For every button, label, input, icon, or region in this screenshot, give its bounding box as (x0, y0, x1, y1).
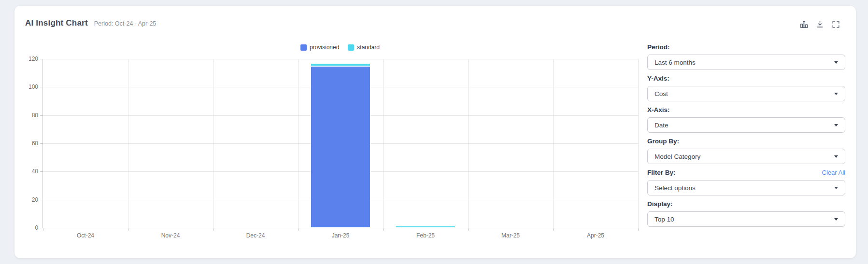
select-period[interactable]: Last 6 months (647, 55, 845, 70)
control-label-row-display: Display: (647, 200, 845, 208)
control-group-y-axis: Y-Axis:Cost (647, 75, 845, 101)
x-axis-tick-label: Feb-25 (416, 232, 435, 239)
control-label-row-group-by: Group By: (647, 138, 845, 145)
gridline-vertical (213, 59, 213, 228)
x-axis-tick-label: Mar-25 (501, 232, 520, 239)
y-axis-tick-label: 120 (28, 55, 38, 63)
x-axis-tick (468, 228, 469, 231)
fullscreen-icon[interactable] (831, 19, 840, 29)
x-axis-tick (43, 228, 43, 231)
x-axis-tick (638, 228, 639, 231)
control-label-x-axis: X-Axis: (647, 106, 670, 113)
control-label-period: Period: (647, 43, 670, 51)
select-y-axis[interactable]: Cost (647, 86, 845, 101)
legend-swatch-provisioned (300, 44, 307, 51)
x-axis-tick-label: Nov-24 (161, 232, 180, 239)
plot-area: 020406080100120Oct-24Nov-24Dec-24Jan-25F… (43, 59, 638, 228)
page-background: { "header": { "title": "AI Insight Chart… (0, 0, 868, 264)
x-axis-tick (213, 228, 213, 231)
chart-card: AI Insight Chart Period: Oct-24 - Apr-25 (14, 6, 856, 258)
card-header: AI Insight Chart Period: Oct-24 - Apr-25 (25, 18, 156, 28)
x-axis-tick-label: Jan-25 (332, 232, 350, 239)
x-axis-tick-label: Dec-24 (246, 232, 265, 239)
control-label-row-x-axis: X-Axis: (647, 106, 845, 113)
bar-chart-icon[interactable] (799, 19, 809, 29)
control-label-row-filter-by: Filter By:Clear All (647, 169, 845, 176)
control-label-group-by: Group By: (647, 138, 679, 145)
gridline-vertical (468, 59, 469, 228)
gridline-vertical (298, 59, 299, 228)
select-value-y-axis: Cost (655, 90, 668, 97)
gridline-vertical (638, 59, 639, 228)
chevron-down-icon (834, 124, 838, 126)
control-label-filter-by: Filter By: (647, 169, 676, 176)
x-axis-tick (128, 228, 128, 231)
clear-all-link[interactable]: Clear All (822, 169, 845, 176)
y-axis-tick (40, 171, 43, 172)
select-value-display: Top 10 (655, 216, 674, 223)
control-label-display: Display: (647, 200, 673, 208)
y-axis-tick (40, 115, 43, 116)
x-axis-tick (553, 228, 554, 231)
y-axis-tick-label: 100 (28, 83, 38, 91)
select-display[interactable]: Top 10 (647, 211, 845, 227)
control-group-group-by: Group By:Model Category (647, 138, 845, 164)
select-filter-by[interactable]: Select options (647, 180, 845, 195)
legend-item-standard[interactable]: standard (348, 44, 380, 51)
chart-toolbar (799, 19, 840, 29)
control-group-x-axis: X-Axis:Date (647, 106, 845, 133)
select-x-axis[interactable]: Date (647, 117, 845, 133)
control-group-display: Display:Top 10 (647, 200, 845, 227)
legend-label-standard: standard (357, 44, 380, 51)
legend-label-provisioned: provisioned (310, 44, 339, 51)
y-axis-tick-label: 0 (35, 224, 38, 232)
chevron-down-icon (834, 218, 838, 221)
select-value-x-axis: Date (655, 122, 669, 129)
x-axis-tick-label: Oct-24 (77, 232, 94, 239)
y-axis-tick (40, 143, 43, 144)
gridline-vertical (383, 59, 384, 228)
bar-provisioned-Jan-25[interactable] (311, 66, 370, 228)
chevron-down-icon (834, 187, 838, 189)
select-value-group-by: Model Category (655, 153, 700, 160)
bar-standard-Jan-25[interactable] (311, 63, 370, 66)
legend-swatch-standard (348, 44, 354, 51)
y-axis-tick (40, 59, 43, 59)
select-value-filter-by: Select options (655, 184, 696, 192)
y-axis-tick (40, 200, 43, 200)
y-axis-tick-label: 60 (32, 139, 38, 147)
gridline-vertical (128, 59, 128, 228)
legend-item-provisioned[interactable]: provisioned (300, 44, 339, 51)
x-axis-tick (298, 228, 299, 231)
chevron-down-icon (834, 155, 838, 158)
chevron-down-icon (834, 93, 838, 95)
y-axis-tick-label: 40 (32, 167, 38, 175)
select-value-period: Last 6 months (655, 59, 696, 66)
x-axis-tick-label: Apr-25 (587, 232, 604, 239)
controls-panel: Period:Last 6 monthsY-Axis:CostX-Axis:Da… (647, 43, 845, 232)
chart-legend: provisionedstandard (43, 44, 638, 51)
chevron-down-icon (834, 61, 838, 64)
gridline-horizontal (43, 59, 638, 59)
control-group-filter-by: Filter By:Clear AllSelect options (647, 169, 845, 195)
y-axis-tick-label: 80 (32, 111, 38, 119)
bar-standard-Feb-25[interactable] (396, 226, 455, 228)
control-label-y-axis: Y-Axis: (647, 75, 669, 82)
control-label-row-y-axis: Y-Axis: (647, 75, 845, 82)
control-group-period: Period:Last 6 months (647, 43, 845, 70)
y-axis-tick (40, 87, 43, 87)
y-axis-tick-label: 20 (32, 196, 38, 204)
period-subtitle: Period: Oct-24 - Apr-25 (94, 20, 157, 27)
download-icon[interactable] (815, 19, 825, 29)
select-group-by[interactable]: Model Category (647, 149, 845, 164)
page-title: AI Insight Chart (25, 18, 88, 28)
x-axis-tick (383, 228, 384, 231)
gridline-vertical (553, 59, 554, 228)
control-label-row-period: Period: (647, 43, 845, 51)
